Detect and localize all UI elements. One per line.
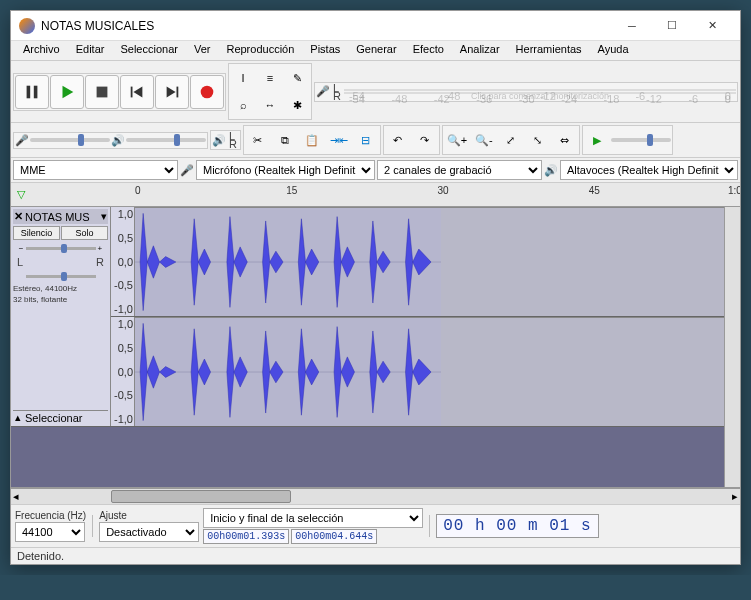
play-button[interactable] — [50, 75, 84, 109]
svg-rect-7 — [177, 86, 179, 97]
undo-toolbar: ↶ ↷ — [383, 125, 440, 155]
track-control-panel: ✕ NOTAS MUS ▾ Silencio Solo −+ LR Estére… — [11, 207, 111, 426]
menu-analizar[interactable]: Analizar — [452, 41, 508, 60]
track-close-button[interactable]: ✕ — [14, 210, 23, 223]
selection-mode-select[interactable]: Inicio y final de la selección — [203, 508, 423, 528]
transport-toolbar — [13, 73, 226, 111]
rec-lr-labels: LR — [331, 84, 343, 100]
zoom-out-button[interactable]: 🔍- — [471, 127, 497, 153]
rec-vol-icon: 🎤 — [15, 134, 29, 147]
recording-meter[interactable]: -54-48 Clic para comenzar monitorización… — [344, 89, 736, 91]
playback-meter[interactable]: -54-48-42 -36-30-24 -18-12-60 — [344, 92, 736, 94]
svg-marker-5 — [133, 86, 142, 97]
speaker-meter-group: 🔊 LR — [210, 130, 241, 150]
waveform-left[interactable] — [135, 207, 724, 316]
output-device-icon: 🔊 — [544, 164, 558, 177]
close-button[interactable]: ✕ — [692, 11, 732, 41]
svg-rect-0 — [27, 85, 31, 98]
audio-host-select[interactable]: MME — [13, 160, 178, 180]
menu-herramientas[interactable]: Herramientas — [508, 41, 590, 60]
empty-tracks-area[interactable] — [11, 427, 724, 487]
menu-efecto[interactable]: Efecto — [405, 41, 452, 60]
timeline-ruler[interactable]: ▽ 0 15 30 45 1:00 — [11, 183, 740, 207]
zoom-selection-button[interactable]: ⤢ — [498, 127, 524, 153]
input-device-icon: 🎤 — [180, 164, 194, 177]
track-name[interactable]: NOTAS MUS — [25, 211, 99, 223]
zoom-fit-button[interactable]: ⤡ — [525, 127, 551, 153]
scroll-right-button[interactable]: ▸ — [732, 490, 738, 503]
input-device-select[interactable]: Micrófono (Realtek High Definit — [196, 160, 375, 180]
draw-tool[interactable]: ✎ — [284, 65, 310, 91]
menu-generar[interactable]: Generar — [348, 41, 404, 60]
rec-volume-slider[interactable] — [30, 138, 110, 142]
zoom-in-button[interactable]: 🔍+ — [444, 127, 470, 153]
minimize-button[interactable]: ─ — [612, 11, 652, 41]
menubar: Archivo Editar Seleccionar Ver Reproducc… — [11, 41, 740, 61]
track-vscale-left: 1,00,50,0-0,5-1,0 — [111, 207, 135, 316]
play-speed-slider[interactable] — [611, 138, 671, 142]
speaker-meter-icon: 🔊 — [212, 134, 226, 147]
output-device-select[interactable]: Altavoces (Realtek High Definit — [560, 160, 738, 180]
solo-button[interactable]: Solo — [61, 226, 108, 240]
track-menu-button[interactable]: ▾ — [101, 210, 107, 223]
mute-button[interactable]: Silencio — [13, 226, 60, 240]
svg-rect-1 — [34, 85, 38, 98]
trim-button[interactable]: ⇥⇤ — [326, 127, 352, 153]
track-gain-slider[interactable]: −+ — [13, 242, 108, 254]
selection-start-field[interactable]: 00h00m01.393s — [203, 529, 289, 544]
channels-select[interactable]: 2 canales de grabació — [377, 160, 542, 180]
redo-button[interactable]: ↷ — [412, 127, 438, 153]
menu-reproduccion[interactable]: Reproducción — [218, 41, 302, 60]
track-collapse-button[interactable]: ▴ — [15, 411, 21, 424]
audio-position-display[interactable]: 00 h 00 m 01 s — [436, 514, 598, 538]
waveform-right[interactable] — [135, 317, 724, 426]
vertical-scrollbar[interactable] — [724, 207, 740, 487]
menu-ver[interactable]: Ver — [186, 41, 219, 60]
menu-archivo[interactable]: Archivo — [15, 41, 68, 60]
svg-marker-6 — [167, 86, 176, 97]
status-bar: Detenido. — [11, 547, 740, 564]
menu-editar[interactable]: Editar — [68, 41, 113, 60]
zoom-tool[interactable]: ⌕ — [230, 92, 256, 118]
timeshift-tool[interactable]: ↔ — [257, 92, 283, 118]
stop-button[interactable] — [85, 75, 119, 109]
copy-button[interactable]: ⧉ — [272, 127, 298, 153]
scroll-left-button[interactable]: ◂ — [13, 490, 19, 503]
cut-button[interactable]: ✂ — [245, 127, 271, 153]
silence-button[interactable]: ⊟ — [353, 127, 379, 153]
track-row: ✕ NOTAS MUS ▾ Silencio Solo −+ LR Estére… — [11, 207, 724, 427]
project-rate-label: Frecuencia (Hz) — [15, 510, 86, 521]
skip-end-button[interactable] — [155, 75, 189, 109]
selection-tool[interactable]: I — [230, 65, 256, 91]
track-pan-slider[interactable] — [13, 270, 108, 282]
envelope-tool[interactable]: ≡ — [257, 65, 283, 91]
timeline-pin-icon[interactable]: ▽ — [11, 183, 31, 206]
paste-button[interactable]: 📋 — [299, 127, 325, 153]
zoom-toolbar: 🔍+ 🔍- ⤢ ⤡ ⇔ — [442, 125, 580, 155]
multi-tool[interactable]: ✱ — [284, 92, 310, 118]
play-volume-slider[interactable] — [126, 138, 206, 142]
maximize-button[interactable]: ☐ — [652, 11, 692, 41]
pause-button[interactable] — [15, 75, 49, 109]
menu-ayuda[interactable]: Ayuda — [590, 41, 637, 60]
titlebar: NOTAS MUSICALES ─ ☐ ✕ — [11, 11, 740, 41]
record-button[interactable] — [190, 75, 224, 109]
rec-meter-group: 🎤 LR -54-48 Clic para comenzar monitoriz… — [314, 82, 738, 102]
mixer-toolbar: 🎤 🔊 — [13, 132, 208, 149]
undo-button[interactable]: ↶ — [385, 127, 411, 153]
snap-select[interactable]: Desactivado — [99, 522, 199, 542]
mic-meter-icon: 🎤 — [316, 85, 330, 98]
menu-pistas[interactable]: Pistas — [302, 41, 348, 60]
track-select-label[interactable]: Seleccionar — [25, 412, 82, 424]
svg-point-8 — [201, 85, 214, 98]
play-at-speed-toolbar: ▶ — [582, 125, 673, 155]
menu-seleccionar[interactable]: Seleccionar — [112, 41, 185, 60]
play-at-speed-button[interactable]: ▶ — [584, 127, 610, 153]
hscroll-thumb[interactable] — [111, 490, 291, 503]
project-rate-select[interactable]: 44100 — [15, 522, 85, 542]
zoom-toggle-button[interactable]: ⇔ — [552, 127, 578, 153]
selection-end-field[interactable]: 00h00m04.644s — [291, 529, 377, 544]
horizontal-scrollbar[interactable]: ◂ ▸ — [11, 488, 740, 504]
skip-start-button[interactable] — [120, 75, 154, 109]
tracks-area: ✕ NOTAS MUS ▾ Silencio Solo −+ LR Estére… — [11, 207, 740, 488]
